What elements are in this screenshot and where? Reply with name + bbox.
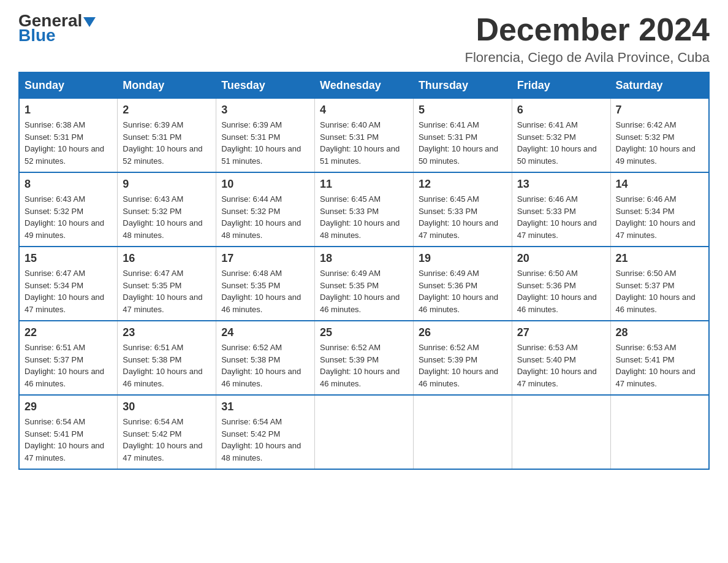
calendar-cell: 30Sunrise: 6:54 AMSunset: 5:42 PMDayligh… (118, 395, 216, 469)
calendar-cell: 15Sunrise: 6:47 AMSunset: 5:34 PMDayligh… (19, 247, 118, 321)
day-info: Sunrise: 6:54 AMSunset: 5:42 PMDaylight:… (221, 416, 309, 464)
day-number: 9 (123, 178, 211, 191)
day-info: Sunrise: 6:52 AMSunset: 5:38 PMDaylight:… (221, 342, 309, 389)
day-number: 3 (221, 104, 309, 117)
day-number: 12 (419, 178, 507, 191)
day-number: 24 (221, 326, 309, 339)
calendar-cell: 1Sunrise: 6:38 AMSunset: 5:31 PMDaylight… (19, 99, 118, 173)
logo-triangle-icon (83, 17, 96, 27)
calendar-cell: 13Sunrise: 6:46 AMSunset: 5:33 PMDayligh… (512, 172, 610, 247)
calendar-cell: 28Sunrise: 6:53 AMSunset: 5:41 PMDayligh… (610, 321, 709, 395)
header-sunday: Sunday (19, 72, 118, 99)
calendar-cell: 9Sunrise: 6:43 AMSunset: 5:32 PMDaylight… (118, 172, 216, 247)
calendar-table: SundayMondayTuesdayWednesdayThursdayFrid… (18, 72, 710, 470)
logo: General Blue (18, 12, 96, 44)
header-thursday: Thursday (413, 72, 512, 99)
day-number: 15 (25, 252, 112, 265)
calendar-week-row: 1Sunrise: 6:38 AMSunset: 5:31 PMDaylight… (19, 99, 709, 173)
day-number: 2 (123, 104, 211, 117)
day-number: 8 (25, 178, 112, 191)
calendar-week-row: 29Sunrise: 6:54 AMSunset: 5:41 PMDayligh… (19, 395, 709, 469)
calendar-cell (315, 395, 414, 469)
calendar-cell: 14Sunrise: 6:46 AMSunset: 5:34 PMDayligh… (610, 172, 709, 247)
day-info: Sunrise: 6:51 AMSunset: 5:38 PMDaylight:… (123, 342, 211, 389)
day-number: 26 (419, 326, 507, 339)
day-info: Sunrise: 6:47 AMSunset: 5:34 PMDaylight:… (25, 267, 112, 315)
header-friday: Friday (512, 72, 610, 99)
calendar-cell: 25Sunrise: 6:52 AMSunset: 5:39 PMDayligh… (315, 321, 414, 395)
calendar-cell: 24Sunrise: 6:52 AMSunset: 5:38 PMDayligh… (216, 321, 315, 395)
day-info: Sunrise: 6:53 AMSunset: 5:40 PMDaylight:… (517, 342, 605, 389)
day-info: Sunrise: 6:38 AMSunset: 5:31 PMDaylight:… (25, 119, 112, 167)
day-info: Sunrise: 6:48 AMSunset: 5:35 PMDaylight:… (221, 267, 309, 315)
calendar-week-row: 15Sunrise: 6:47 AMSunset: 5:34 PMDayligh… (19, 247, 709, 321)
day-info: Sunrise: 6:44 AMSunset: 5:32 PMDaylight:… (221, 193, 309, 241)
day-info: Sunrise: 6:41 AMSunset: 5:31 PMDaylight:… (419, 119, 507, 167)
day-info: Sunrise: 6:43 AMSunset: 5:32 PMDaylight:… (123, 193, 211, 241)
page-header: General Blue December 2024 Florencia, Ci… (18, 12, 710, 66)
day-number: 10 (221, 178, 309, 191)
calendar-cell: 7Sunrise: 6:42 AMSunset: 5:32 PMDaylight… (610, 99, 709, 173)
day-info: Sunrise: 6:43 AMSunset: 5:32 PMDaylight:… (25, 193, 112, 241)
title-area: December 2024 Florencia, Ciego de Avila … (465, 12, 710, 66)
day-number: 29 (25, 400, 112, 413)
location-subtitle: Florencia, Ciego de Avila Province, Cuba (465, 50, 710, 66)
day-number: 21 (616, 252, 703, 265)
calendar-cell: 8Sunrise: 6:43 AMSunset: 5:32 PMDaylight… (19, 172, 118, 247)
day-info: Sunrise: 6:45 AMSunset: 5:33 PMDaylight:… (320, 193, 408, 241)
calendar-cell: 10Sunrise: 6:44 AMSunset: 5:32 PMDayligh… (216, 172, 315, 247)
day-number: 31 (221, 400, 309, 413)
month-year-title: December 2024 (465, 12, 710, 47)
day-number: 1 (25, 104, 112, 117)
day-number: 5 (419, 104, 507, 117)
calendar-cell: 17Sunrise: 6:48 AMSunset: 5:35 PMDayligh… (216, 247, 315, 321)
day-info: Sunrise: 6:41 AMSunset: 5:32 PMDaylight:… (517, 119, 605, 167)
calendar-cell: 20Sunrise: 6:50 AMSunset: 5:36 PMDayligh… (512, 247, 610, 321)
day-info: Sunrise: 6:42 AMSunset: 5:32 PMDaylight:… (616, 119, 703, 167)
calendar-cell: 3Sunrise: 6:39 AMSunset: 5:31 PMDaylight… (216, 99, 315, 173)
header-monday: Monday (118, 72, 216, 99)
calendar-cell: 16Sunrise: 6:47 AMSunset: 5:35 PMDayligh… (118, 247, 216, 321)
calendar-cell: 23Sunrise: 6:51 AMSunset: 5:38 PMDayligh… (118, 321, 216, 395)
day-number: 23 (123, 326, 211, 339)
day-info: Sunrise: 6:49 AMSunset: 5:35 PMDaylight:… (320, 267, 408, 315)
day-info: Sunrise: 6:53 AMSunset: 5:41 PMDaylight:… (616, 342, 703, 389)
day-number: 28 (616, 326, 703, 339)
calendar-cell (610, 395, 709, 469)
calendar-cell: 22Sunrise: 6:51 AMSunset: 5:37 PMDayligh… (19, 321, 118, 395)
day-info: Sunrise: 6:39 AMSunset: 5:31 PMDaylight:… (221, 119, 309, 167)
calendar-cell: 29Sunrise: 6:54 AMSunset: 5:41 PMDayligh… (19, 395, 118, 469)
calendar-week-row: 22Sunrise: 6:51 AMSunset: 5:37 PMDayligh… (19, 321, 709, 395)
day-info: Sunrise: 6:52 AMSunset: 5:39 PMDaylight:… (320, 342, 408, 389)
day-number: 17 (221, 252, 309, 265)
day-info: Sunrise: 6:54 AMSunset: 5:42 PMDaylight:… (123, 416, 211, 464)
day-info: Sunrise: 6:47 AMSunset: 5:35 PMDaylight:… (123, 267, 211, 315)
header-wednesday: Wednesday (315, 72, 414, 99)
day-number: 16 (123, 252, 211, 265)
day-info: Sunrise: 6:39 AMSunset: 5:31 PMDaylight:… (123, 119, 211, 167)
day-number: 6 (517, 104, 605, 117)
day-number: 22 (25, 326, 112, 339)
logo-blue-text: Blue (18, 27, 96, 44)
day-number: 27 (517, 326, 605, 339)
day-number: 30 (123, 400, 211, 413)
calendar-cell: 31Sunrise: 6:54 AMSunset: 5:42 PMDayligh… (216, 395, 315, 469)
day-info: Sunrise: 6:46 AMSunset: 5:34 PMDaylight:… (616, 193, 703, 241)
calendar-cell: 12Sunrise: 6:45 AMSunset: 5:33 PMDayligh… (413, 172, 512, 247)
calendar-cell: 4Sunrise: 6:40 AMSunset: 5:31 PMDaylight… (315, 99, 414, 173)
calendar-cell: 2Sunrise: 6:39 AMSunset: 5:31 PMDaylight… (118, 99, 216, 173)
day-number: 18 (320, 252, 408, 265)
calendar-cell (413, 395, 512, 469)
day-number: 7 (616, 104, 703, 117)
day-number: 25 (320, 326, 408, 339)
day-info: Sunrise: 6:50 AMSunset: 5:37 PMDaylight:… (616, 267, 703, 315)
calendar-cell: 27Sunrise: 6:53 AMSunset: 5:40 PMDayligh… (512, 321, 610, 395)
day-number: 20 (517, 252, 605, 265)
calendar-week-row: 8Sunrise: 6:43 AMSunset: 5:32 PMDaylight… (19, 172, 709, 247)
day-number: 4 (320, 104, 408, 117)
calendar-cell: 11Sunrise: 6:45 AMSunset: 5:33 PMDayligh… (315, 172, 414, 247)
calendar-cell: 6Sunrise: 6:41 AMSunset: 5:32 PMDaylight… (512, 99, 610, 173)
day-info: Sunrise: 6:50 AMSunset: 5:36 PMDaylight:… (517, 267, 605, 315)
day-info: Sunrise: 6:40 AMSunset: 5:31 PMDaylight:… (320, 119, 408, 167)
day-info: Sunrise: 6:46 AMSunset: 5:33 PMDaylight:… (517, 193, 605, 241)
